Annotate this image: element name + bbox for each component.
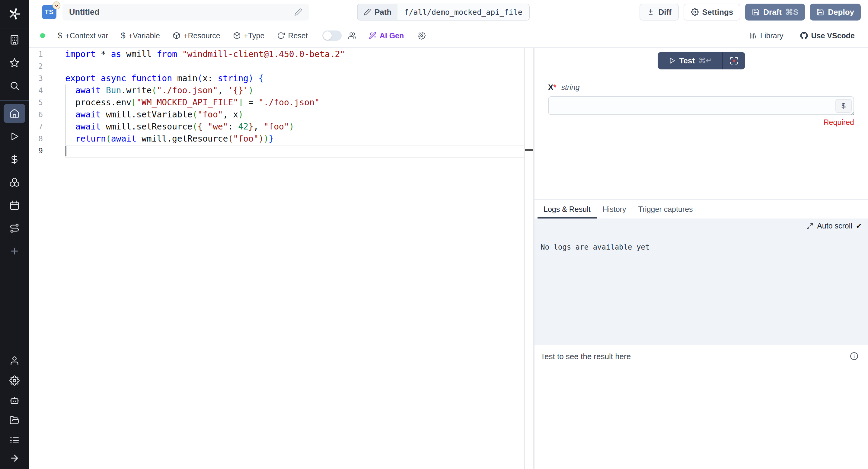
diff-icon — [647, 8, 655, 16]
autoscroll-label[interactable]: Auto scroll — [817, 221, 852, 230]
reset-label: Reset — [288, 31, 308, 40]
result-empty-text: Test to see the result here — [540, 352, 631, 361]
package-icon — [173, 32, 181, 39]
sidebar-item-schedules[interactable] — [4, 194, 25, 217]
code-lines[interactable]: import * as wmill from "windmill-client@… — [65, 48, 524, 469]
magic-wand-icon — [369, 32, 377, 39]
library-icon — [749, 32, 757, 39]
collab-toggle[interactable] — [322, 30, 342, 41]
tab-history[interactable]: History — [597, 200, 632, 219]
tab-logs-result[interactable]: Logs & Result — [537, 200, 597, 219]
sidebar-item-routes[interactable] — [4, 217, 25, 240]
github-icon — [800, 32, 808, 39]
code-line[interactable]: export async function main(x: string) { — [65, 72, 524, 85]
required-asterisk: * — [553, 83, 556, 92]
editor-scrollbar[interactable] — [524, 48, 533, 469]
code-line[interactable]: return(await wmill.getResource("foo"))} — [65, 133, 524, 145]
settings-button[interactable]: Settings — [684, 4, 741, 21]
argument-input[interactable] — [549, 97, 854, 114]
current-line-highlight — [65, 145, 524, 158]
test-button[interactable]: Test ⌘↵ — [658, 52, 722, 69]
code-line[interactable]: process.env["WM_MOCKED_API_FILE"] = "./f… — [65, 97, 524, 108]
add-variable-button[interactable]: $ +Variable — [121, 31, 160, 40]
line-number: 9 — [29, 145, 65, 157]
autoscroll-row: Auto scroll ✔ — [540, 221, 862, 230]
reset-button[interactable]: Reset — [277, 31, 308, 40]
sidebar-divider — [0, 100, 29, 101]
boxes-icon — [9, 177, 20, 187]
test-label: Test — [679, 56, 695, 65]
sidebar-item-search[interactable] — [4, 74, 25, 97]
expand-icon[interactable] — [806, 222, 813, 230]
list-icon — [9, 435, 20, 445]
calendar-icon — [9, 200, 20, 210]
edit-title-pencil-icon[interactable] — [294, 8, 302, 16]
test-shortcut: ⌘↵ — [699, 57, 712, 65]
code-line[interactable]: await Bun.write("./foo.json", '{}') — [65, 85, 524, 97]
code-editor[interactable]: 123456789 import * as wmill from "windmi… — [29, 48, 534, 469]
test-button-group: Test ⌘↵ — [658, 52, 745, 69]
diff-button[interactable]: Diff — [640, 4, 679, 21]
sidebar-item-runs[interactable] — [4, 125, 25, 148]
gear-icon — [9, 375, 20, 386]
sidebar-item-workers[interactable] — [4, 390, 25, 410]
sidebar-item-workspace[interactable] — [4, 28, 25, 51]
play-icon — [9, 131, 20, 142]
tab-trigger-captures[interactable]: Trigger captures — [632, 200, 699, 219]
robot-icon — [9, 395, 20, 406]
windmill-logo[interactable] — [0, 0, 29, 28]
capture-icon — [730, 56, 739, 65]
sidebar-item-user[interactable] — [4, 351, 25, 371]
use-vscode-button[interactable]: Use VScode — [800, 31, 855, 40]
search-icon — [9, 81, 20, 91]
sidebar-item-settings[interactable] — [4, 371, 25, 390]
result-tabs: Logs & Result History Trigger captures — [534, 199, 868, 219]
save-icon — [816, 8, 824, 16]
dollar-icon — [9, 154, 20, 164]
info-icon[interactable] — [850, 352, 862, 361]
add-resource-button[interactable]: +Resource — [173, 31, 220, 40]
script-title-field[interactable]: Untitled — [62, 4, 309, 21]
library-button[interactable]: Library — [749, 31, 783, 40]
code-line[interactable]: await wmill.setVariable("foo", x) — [65, 108, 524, 121]
sidebar-item-favorites[interactable] — [4, 51, 25, 74]
path-group[interactable]: Path f/all/demo_mocked_api_file — [357, 4, 530, 21]
ai-gen-button[interactable]: AI Gen — [369, 31, 404, 40]
sidebar-item-home[interactable] — [4, 104, 25, 123]
windmill-logo-icon — [8, 7, 21, 21]
autoscroll-checkmark[interactable]: ✔ — [856, 222, 862, 230]
sidebar-item-variables[interactable] — [4, 148, 25, 171]
resize-handle[interactable] — [849, 111, 854, 116]
sidebar-item-resources[interactable] — [4, 171, 25, 194]
line-number: 3 — [29, 72, 65, 85]
right-panel: Test ⌘↵ X* string — [534, 48, 868, 469]
route-icon — [9, 223, 20, 233]
deploy-label: Deploy — [828, 7, 854, 17]
language-badge: TS — [42, 5, 56, 19]
add-type-button[interactable]: +Type — [233, 31, 265, 40]
sidebar-expand-button[interactable] — [4, 450, 25, 466]
draft-button[interactable]: Draft ⌘S — [745, 4, 805, 21]
resource-label: +Resource — [184, 31, 220, 40]
required-hint: Required — [534, 118, 854, 127]
line-number: 1 — [29, 48, 65, 60]
toolbar-right-group: Library Use VScode — [749, 31, 868, 40]
code-line[interactable]: await wmill.setResource({ "we": 42}, "fo… — [65, 121, 524, 133]
users-icon[interactable] — [348, 32, 356, 39]
sidebar-item-folders[interactable] — [4, 410, 25, 430]
editor-settings-gear-icon[interactable] — [418, 32, 426, 39]
app-window: TS Untitled Path — [0, 0, 868, 469]
capture-button[interactable] — [723, 52, 745, 69]
sidebar-item-add[interactable] — [4, 240, 25, 262]
editor-toolbar: $ +Context var $ +Variable +Resource +Ty… — [29, 24, 868, 48]
deploy-button[interactable]: Deploy — [810, 4, 861, 21]
code-line[interactable]: import * as wmill from "windmill-client@… — [65, 48, 524, 60]
path-label-cell[interactable]: Path — [358, 4, 398, 20]
sidebar-item-logs[interactable] — [4, 430, 25, 450]
arrow-right-icon — [9, 453, 20, 463]
save-icon — [752, 8, 760, 16]
add-context-var-button[interactable]: $ +Context var — [58, 31, 108, 40]
path-value[interactable]: f/all/demo_mocked_api_file — [398, 4, 529, 20]
code-line[interactable] — [65, 60, 524, 72]
context-var-label: +Context var — [65, 31, 108, 40]
